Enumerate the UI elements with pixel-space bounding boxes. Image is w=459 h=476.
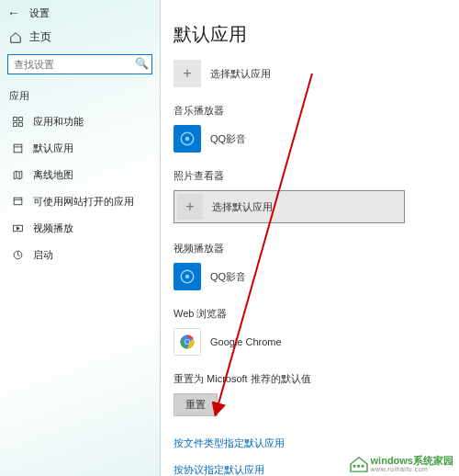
- link-list: 按文件类型指定默认应用 按协议指定默认应用 按应用设置默认值: [174, 436, 450, 476]
- sidebar-item-label: 应用和功能: [33, 115, 84, 129]
- default-apps-icon: [11, 142, 24, 154]
- sidebar-item-default-apps[interactable]: 默认应用: [0, 135, 160, 162]
- web-heading: Web 浏览器: [174, 307, 450, 321]
- settings-label: 设置: [29, 6, 50, 20]
- sidebar-item-video-playback[interactable]: 视频播放: [0, 215, 160, 242]
- apps-features-icon: [11, 116, 24, 128]
- sidebar-item-apps-features[interactable]: 应用和功能: [0, 108, 160, 135]
- music-heading: 音乐播放器: [174, 104, 450, 118]
- startup-icon: [11, 249, 24, 261]
- header-row: ← 设置: [0, 4, 160, 26]
- web-app-row[interactable]: Google Chrome: [174, 328, 450, 356]
- sidebar-item-label: 默认应用: [33, 142, 73, 155]
- video-heading: 视频播放器: [174, 242, 450, 255]
- photo-choose-label: 选择默认应用: [212, 200, 273, 214]
- link-by-file-type[interactable]: 按文件类型指定默认应用: [174, 436, 450, 450]
- sidebar-item-label: 可使用网站打开的应用: [33, 195, 134, 209]
- home-label: 主页: [29, 29, 51, 45]
- search-wrap: 🔍: [7, 54, 152, 74]
- apps-websites-icon: [11, 196, 24, 208]
- svg-point-9: [185, 137, 190, 142]
- svg-rect-2: [13, 123, 17, 127]
- svg-rect-4: [14, 144, 22, 153]
- svg-point-14: [185, 340, 190, 345]
- link-by-protocol[interactable]: 按协议指定默认应用: [174, 463, 450, 476]
- plus-icon: +: [174, 60, 201, 87]
- offline-maps-icon: [11, 169, 24, 181]
- sidebar-item-startup[interactable]: 启动: [0, 242, 160, 268]
- search-input[interactable]: [7, 54, 152, 74]
- sidebar-item-label: 视频播放: [33, 221, 73, 235]
- settings-window: ← 设置 主页 🔍 应用 应用和功能 默认应用 离线地图 可使用网站: [0, 0, 459, 476]
- sidebar-item-apps-for-websites[interactable]: 可使用网站打开的应用: [0, 188, 160, 215]
- back-button[interactable]: ←: [7, 6, 20, 20]
- video-app-row[interactable]: QQ影音: [174, 263, 450, 290]
- video-playback-icon: [11, 222, 24, 234]
- plus-icon: +: [177, 194, 203, 220]
- sidebar-item-label: 离线地图: [33, 168, 73, 182]
- music-app-label: QQ影音: [210, 132, 246, 146]
- web-app-label: Google Chrome: [210, 336, 282, 347]
- svg-rect-0: [13, 118, 17, 121]
- reset-heading: 重置为 Microsoft 推荐的默认值: [174, 372, 450, 386]
- svg-rect-5: [14, 198, 22, 205]
- search-icon: 🔍: [135, 57, 149, 70]
- photo-heading: 照片查看器: [174, 169, 450, 183]
- reset-button[interactable]: 重置: [174, 393, 218, 416]
- qq-app-icon: [174, 263, 201, 290]
- svg-rect-3: [18, 123, 22, 127]
- home-icon: [9, 31, 22, 44]
- qq-app-icon: [174, 125, 201, 153]
- section-title: 应用: [0, 84, 160, 108]
- home-nav[interactable]: 主页: [0, 26, 160, 52]
- sidebar: ← 设置 主页 🔍 应用 应用和功能 默认应用 离线地图 可使用网站: [0, 0, 161, 476]
- choose-default-label: 选择默认应用: [210, 67, 271, 81]
- chrome-app-icon: [174, 328, 201, 356]
- choose-default-row[interactable]: + 选择默认应用: [174, 60, 450, 87]
- video-app-label: QQ影音: [210, 270, 246, 284]
- main-content: 默认应用 + 选择默认应用 音乐播放器 QQ影音 照片查看器 + 选择默认应用 …: [161, 0, 459, 476]
- music-app-row[interactable]: QQ影音: [174, 125, 450, 153]
- photo-choose-default[interactable]: + 选择默认应用: [174, 190, 405, 223]
- svg-rect-1: [18, 118, 22, 121]
- svg-point-11: [185, 275, 190, 279]
- page-title: 默认应用: [174, 22, 450, 47]
- sidebar-item-offline-maps[interactable]: 离线地图: [0, 162, 160, 188]
- sidebar-item-label: 启动: [33, 248, 53, 262]
